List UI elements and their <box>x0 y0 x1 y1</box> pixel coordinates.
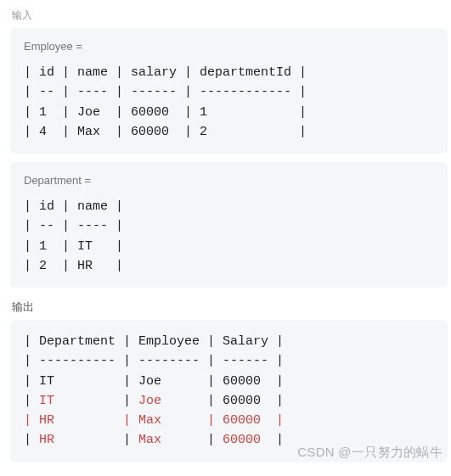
output-table: | Department | Employee | Salary | | ---… <box>24 332 434 451</box>
department-table: | id | name | | -- | ---- | | 1 | IT | |… <box>24 197 434 276</box>
department-block: Department = | id | name | | -- | ---- |… <box>10 162 448 288</box>
output-block: | Department | Employee | Salary | | ---… <box>10 320 448 462</box>
output-label: 输出 <box>12 300 451 315</box>
department-block-label: Department = <box>24 174 434 187</box>
employee-table: | id | name | salary | departmentId | | … <box>24 63 434 142</box>
employee-block-label: Employee = <box>24 40 434 53</box>
input-label: 输入 <box>12 8 451 23</box>
employee-block: Employee = | id | name | salary | depart… <box>10 28 448 154</box>
